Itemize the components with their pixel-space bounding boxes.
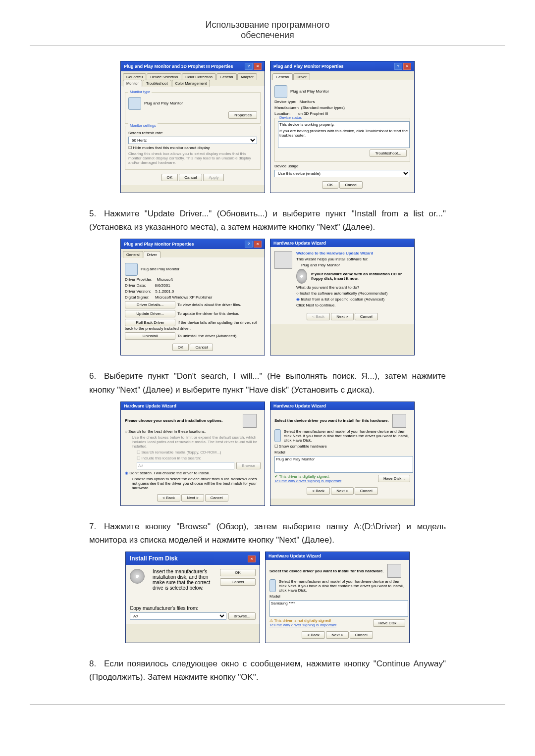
help-icon[interactable]: ? <box>245 241 253 248</box>
wizard-search-options: Hardware Update Wizard Please choose you… <box>120 402 265 506</box>
tab[interactable]: GeForce3 <box>123 73 146 80</box>
cancel-button[interactable]: Cancel <box>339 181 363 189</box>
step-text: Нажмите кнопку "Browse" (Обзор), затем в… <box>89 522 446 545</box>
tab[interactable]: General <box>216 73 237 80</box>
ok-button[interactable]: OK <box>220 569 256 576</box>
cancel-button[interactable]: Cancel <box>350 631 373 639</box>
wizard-icon <box>392 414 406 428</box>
step-text: Если появилось следующее окно с сообщени… <box>89 659 446 682</box>
help-icon[interactable]: ? <box>245 63 253 70</box>
header-line1: Использование программного <box>206 20 330 30</box>
value: (Standard monitor types) <box>301 105 345 110</box>
wizard-select-driver: Hardware Update Wizard Select the device… <box>270 402 415 506</box>
have-disk-button[interactable]: Have Disk... <box>378 475 410 482</box>
model-list[interactable]: Plug and Play Monitor <box>274 456 413 473</box>
refresh-select[interactable]: 60 Hertz <box>128 137 257 144</box>
tab-general[interactable]: General <box>123 251 143 258</box>
note: Select the manufacturer and model of you… <box>279 579 405 593</box>
signing-link[interactable]: Tell me why driver signing is important <box>274 479 341 483</box>
label: Device type: <box>274 100 296 104</box>
device-usage-select[interactable]: Use this device (enable) <box>274 170 410 177</box>
next-button[interactable]: Next > <box>326 631 348 639</box>
hide-modes-checkbox[interactable]: Hide modes that this monitor cannot disp… <box>128 146 257 150</box>
tab-monitor[interactable]: Monitor <box>123 80 142 87</box>
rollback-driver-button[interactable]: Roll Back Driver <box>125 319 175 326</box>
step-number: 7. <box>89 520 104 533</box>
next-button[interactable]: Next > <box>181 494 204 502</box>
close-icon[interactable]: × <box>254 63 262 70</box>
browse-button[interactable]: Browse... <box>228 612 256 620</box>
what-label: What do you want the wizard to do? <box>296 285 410 290</box>
value: Monitors <box>300 100 315 104</box>
back-button[interactable]: < Back <box>307 487 330 495</box>
desc: To view details about the driver files. <box>177 302 241 307</box>
signed-text: This driver is digitally signed. <box>279 474 329 479</box>
back-button: < Back <box>307 313 330 320</box>
location-input <box>137 462 234 469</box>
monitor-properties-general-dialog: Plug and Play Monitor Properties ?× Gene… <box>270 61 415 193</box>
troubleshoot-button[interactable]: Troubleshoot... <box>370 150 407 157</box>
ok-button[interactable]: OK <box>161 174 178 181</box>
click-next: Click Next to continue. <box>296 303 410 307</box>
help-icon[interactable]: ? <box>394 63 402 70</box>
model-label: Model <box>274 450 410 454</box>
ok-button[interactable]: OK <box>322 181 339 189</box>
monitor-icon <box>125 263 138 276</box>
cancel-button[interactable]: Cancel <box>205 494 228 502</box>
signing-link[interactable]: Tell me why driver signing is important <box>269 623 336 627</box>
search-radio[interactable]: Search for the best driver in these loca… <box>125 429 261 434</box>
step-text: Выберите пункт "Don't search, I will..."… <box>89 371 446 394</box>
tab-driver[interactable]: Driver <box>144 251 160 258</box>
apply-button: Apply <box>203 174 224 181</box>
window-controls[interactable]: × <box>247 554 256 562</box>
status-text: This device is working properly. If you … <box>278 121 410 148</box>
update-driver-button[interactable]: Update Driver... <box>125 310 175 317</box>
copy-from-label: Copy manufacturer's files from: <box>130 605 256 611</box>
step-number: 5. <box>89 207 104 220</box>
install-auto-radio[interactable]: Install the software automatically (Reco… <box>296 291 410 296</box>
ok-button[interactable]: OK <box>172 344 189 351</box>
window-controls[interactable]: ?× <box>244 241 262 248</box>
next-button[interactable]: Next > <box>331 313 353 320</box>
cancel-button[interactable]: Cancel <box>355 487 378 495</box>
window-controls[interactable]: ?× <box>393 63 411 70</box>
cancel-button[interactable]: Cancel <box>179 174 202 181</box>
not-signed-text: This driver is not digitally signed! <box>274 618 331 623</box>
dialog-title: Hardware Update Wizard <box>273 403 326 408</box>
cancel-button[interactable]: Cancel <box>190 344 213 351</box>
back-button[interactable]: < Back <box>157 494 180 502</box>
close-icon[interactable]: × <box>248 555 256 562</box>
driver-details-button[interactable]: Driver Details... <box>125 301 175 308</box>
cancel-button[interactable]: Cancel <box>355 313 378 320</box>
tab-driver[interactable]: Driver <box>293 73 310 80</box>
clear-note: Clearing this check box allows you to se… <box>128 151 257 165</box>
cd-icon <box>296 269 307 284</box>
tab[interactable]: Color Management <box>172 80 211 87</box>
uninstall-button[interactable]: Uninstall <box>125 332 175 340</box>
install-list-radio[interactable]: Install from a list or specific location… <box>296 297 410 302</box>
cd-note: If your hardware came with an installati… <box>311 272 410 281</box>
dont-search-radio[interactable]: Don't search. I will choose the driver t… <box>125 471 261 475</box>
tab-general[interactable]: General <box>272 73 293 80</box>
have-disk-button[interactable]: Have Disk... <box>373 619 405 627</box>
back-button[interactable]: < Back <box>302 631 325 639</box>
next-button[interactable]: Next > <box>331 487 353 495</box>
window-controls[interactable]: ?× <box>244 63 262 70</box>
close-icon[interactable]: × <box>403 63 411 70</box>
monitor-settings-legend: Monitor settings <box>128 123 158 128</box>
header-line2: обеспечения <box>241 30 294 40</box>
display-properties-dialog: Plug and Play Monitor and 3D Prophet III… <box>120 61 265 193</box>
tab[interactable]: Troubleshoot <box>143 80 171 87</box>
dialog-title: Plug and Play Monitor Properties <box>124 242 194 247</box>
path-select[interactable]: A:\ <box>130 612 226 620</box>
properties-button[interactable]: Properties <box>228 111 257 119</box>
tab[interactable]: Device Selection <box>147 73 181 80</box>
cancel-button[interactable]: Cancel <box>220 578 256 586</box>
tab[interactable]: Adapter <box>237 73 257 80</box>
close-icon[interactable]: × <box>254 241 262 248</box>
show-compatible-check[interactable]: Show compatible hardware <box>274 444 410 449</box>
model-list[interactable]: Samsung **** <box>269 600 408 617</box>
desc: To update the driver for this device. <box>177 311 239 316</box>
heading: Select the device driver you want to ins… <box>274 418 389 423</box>
tab[interactable]: Color Correction <box>182 73 216 80</box>
